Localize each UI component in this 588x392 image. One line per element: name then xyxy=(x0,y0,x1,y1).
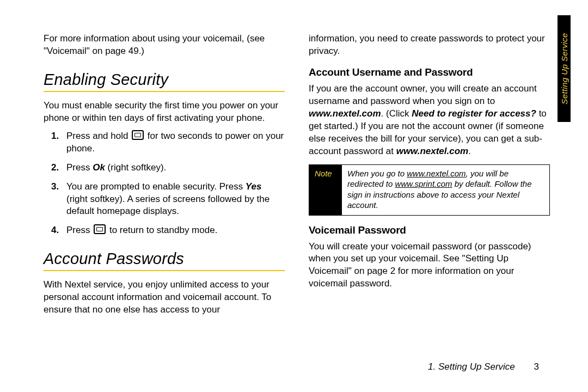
note-url-2: www.sprint.com xyxy=(395,179,452,188)
note-body: When you go to www.nextel.com, you will … xyxy=(342,165,549,215)
step-2-text-b: (right softkey). xyxy=(105,162,166,173)
step-1: Press and hold for two seconds to power … xyxy=(44,130,285,155)
nextel-url-1: www.nextel.com xyxy=(309,108,381,119)
footer-page-number: 3 xyxy=(534,362,539,372)
voicemail-password-paragraph: You will create your voicemail password … xyxy=(309,241,550,291)
heading-rule-2 xyxy=(44,270,285,271)
step-3: You are prompted to enable security. Pre… xyxy=(44,181,285,218)
step-3-text-a: You are prompted to enable security. Pre… xyxy=(66,181,246,192)
step-1-text-a: Press and hold xyxy=(66,131,131,141)
step-4-text-a: Press xyxy=(66,225,93,235)
intro-paragraph: For more information about using your vo… xyxy=(44,33,285,58)
up-text-d: . xyxy=(468,146,471,156)
up-text-b: . (Click xyxy=(381,108,412,119)
note-text-a: When you go to xyxy=(347,169,407,178)
username-password-paragraph: If you are the account owner, you will c… xyxy=(309,83,550,158)
note-url-1: www.nextel.com xyxy=(407,169,465,178)
heading-rule xyxy=(44,91,285,92)
side-tab: Setting Up Service xyxy=(558,15,571,122)
step-2: Press Ok (right softkey). xyxy=(44,162,285,174)
nextel-url-2: www.nextel.com xyxy=(396,146,469,156)
subheading-voicemail-password: Voicemail Password xyxy=(309,224,550,236)
page-footer: 1. Setting Up Service 3 xyxy=(428,362,539,372)
heading-account-passwords: Account Passwords xyxy=(44,250,285,268)
up-text-a: If you are the account owner, you will c… xyxy=(309,83,537,106)
heading-enabling-security: Enabling Security xyxy=(44,71,285,89)
ok-softkey: Ok xyxy=(93,162,105,173)
yes-softkey: Yes xyxy=(246,181,262,192)
need-register-link: Need to register for access? xyxy=(412,108,536,119)
step-3-text-b: (right softkey). A series of screens fol… xyxy=(66,194,270,217)
account-passwords-paragraph: With Nextel service, you enjoy unlimited… xyxy=(44,279,285,316)
note-label: Note xyxy=(309,165,342,215)
side-tab-label: Setting Up Service xyxy=(560,33,569,104)
lead-right-paragraph: information, you need to create password… xyxy=(309,33,550,58)
footer-chapter: 1. Setting Up Service xyxy=(428,362,515,372)
step-4-text-b: to return to standby mode. xyxy=(107,225,217,235)
step-4: Press to return to standby mode. xyxy=(44,224,285,237)
note-box: Note When you go to www.nextel.com, you … xyxy=(309,164,550,216)
step-2-text-a: Press xyxy=(66,162,93,173)
security-paragraph: You must enable security the first time … xyxy=(44,100,285,125)
end-key-icon xyxy=(94,224,106,234)
power-key-icon xyxy=(132,130,144,140)
security-steps: Press and hold for two seconds to power … xyxy=(44,130,285,237)
subheading-username-password: Account Username and Password xyxy=(309,66,550,78)
